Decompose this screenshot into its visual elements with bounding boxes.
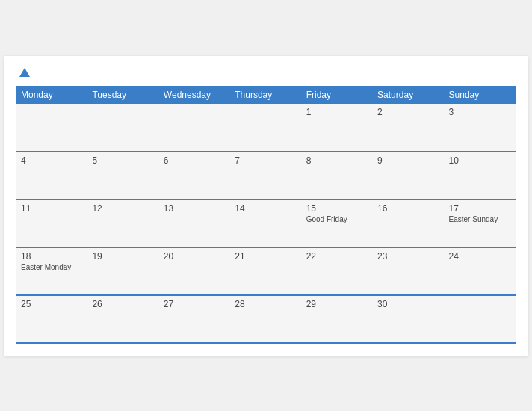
calendar-cell: 22 (302, 247, 373, 295)
week-row-1: 123 (16, 104, 516, 152)
calendar-cell: 21 (230, 247, 301, 295)
day-number: 3 (449, 107, 511, 117)
calendar-cell: 14 (230, 200, 301, 247)
calendar-cell: 17Easter Sunday (445, 200, 516, 247)
calendar-cell: 6 (159, 152, 230, 200)
calendar-cell (87, 104, 158, 152)
calendar-cell: 13 (159, 200, 230, 247)
calendar-cell: 30 (373, 295, 444, 343)
day-number: 13 (164, 203, 226, 214)
calendar-cell: 15Good Friday (302, 200, 373, 247)
calendar-header (16, 68, 516, 77)
day-number: 25 (21, 299, 83, 309)
day-number: 24 (449, 251, 511, 262)
day-number: 19 (92, 251, 154, 262)
day-number: 28 (235, 299, 297, 309)
header-tuesday: Tuesday (87, 86, 158, 104)
week-row-2: 45678910 (16, 152, 516, 200)
calendar-cell: 5 (87, 152, 158, 200)
day-number: 6 (164, 155, 226, 166)
calendar-cell: 9 (373, 152, 444, 200)
day-number: 17 (449, 203, 511, 214)
day-number: 18 (21, 251, 83, 262)
header-friday: Friday (302, 86, 373, 104)
calendar-cell: 4 (16, 152, 87, 200)
calendar-cell: 26 (87, 295, 158, 343)
header-monday: Monday (16, 86, 87, 104)
calendar-cell: 12 (87, 200, 158, 247)
calendar-cell (445, 295, 516, 343)
calendar-cell: 7 (230, 152, 301, 200)
day-number: 12 (92, 203, 154, 214)
day-number: 26 (92, 299, 154, 309)
day-headers-row: Monday Tuesday Wednesday Thursday Friday… (16, 86, 516, 104)
day-number: 7 (235, 155, 297, 166)
week-row-5: 252627282930 (16, 295, 516, 343)
logo-triangle-icon (19, 68, 30, 77)
day-number: 23 (377, 251, 439, 262)
day-number: 11 (21, 203, 83, 214)
logo (16, 68, 30, 77)
calendar-container: Monday Tuesday Wednesday Thursday Friday… (4, 56, 528, 356)
day-number: 21 (235, 251, 297, 262)
calendar-cell: 27 (159, 295, 230, 343)
calendar-cell: 10 (445, 152, 516, 200)
day-number: 10 (449, 155, 511, 166)
day-number: 22 (306, 251, 368, 262)
calendar-cell: 29 (302, 295, 373, 343)
holiday-label: Easter Monday (21, 263, 83, 271)
day-number: 1 (306, 107, 368, 117)
week-row-4: 18Easter Monday192021222324 (16, 247, 516, 295)
calendar-cell: 18Easter Monday (16, 247, 87, 295)
day-number: 14 (235, 203, 297, 214)
calendar-cell (230, 104, 301, 152)
calendar-cell: 28 (230, 295, 301, 343)
calendar-cell: 20 (159, 247, 230, 295)
calendar-cell: 2 (373, 104, 444, 152)
header-thursday: Thursday (230, 86, 301, 104)
day-number: 16 (377, 203, 439, 214)
calendar-cell: 11 (16, 200, 87, 247)
day-number: 8 (306, 155, 368, 166)
calendar-cell: 8 (302, 152, 373, 200)
day-number: 30 (377, 299, 439, 309)
calendar-cell: 25 (16, 295, 87, 343)
day-number: 29 (306, 299, 368, 309)
holiday-label: Good Friday (306, 215, 368, 223)
calendar-cell: 1 (302, 104, 373, 152)
calendar-cell: 16 (373, 200, 444, 247)
calendar-cell: 3 (445, 104, 516, 152)
header-sunday: Sunday (445, 86, 516, 104)
day-number: 2 (377, 107, 439, 117)
day-number: 20 (164, 251, 226, 262)
week-row-3: 1112131415Good Friday1617Easter Sunday (16, 200, 516, 247)
day-number: 5 (92, 155, 154, 166)
header-wednesday: Wednesday (159, 86, 230, 104)
calendar-cell (16, 104, 87, 152)
holiday-label: Easter Sunday (449, 215, 511, 223)
calendar-cell: 23 (373, 247, 444, 295)
calendar-table: Monday Tuesday Wednesday Thursday Friday… (16, 86, 516, 344)
day-number: 4 (21, 155, 83, 166)
day-number: 15 (306, 203, 368, 214)
calendar-cell (159, 104, 230, 152)
calendar-cell: 24 (445, 247, 516, 295)
day-number: 9 (377, 155, 439, 166)
calendar-cell: 19 (87, 247, 158, 295)
day-number: 27 (164, 299, 226, 309)
header-saturday: Saturday (373, 86, 444, 104)
